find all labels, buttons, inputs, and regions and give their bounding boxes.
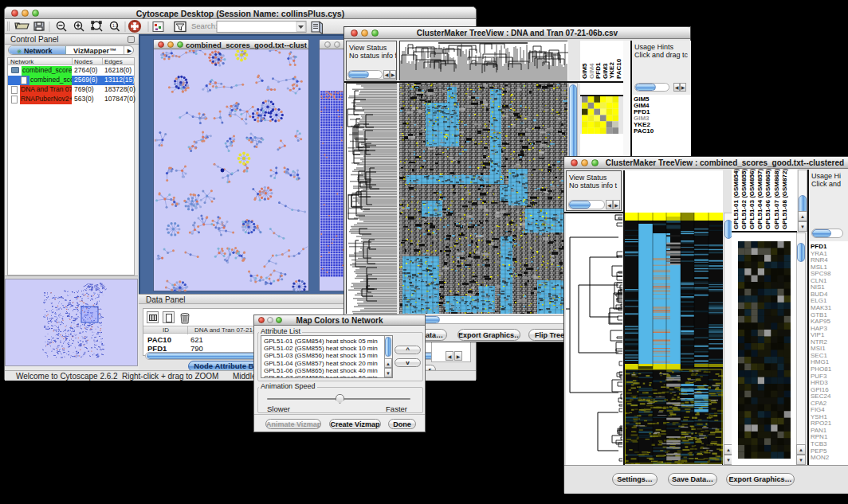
svg-text:1:1: 1:1	[112, 23, 118, 28]
svg-text:Search:: Search:	[191, 21, 218, 30]
